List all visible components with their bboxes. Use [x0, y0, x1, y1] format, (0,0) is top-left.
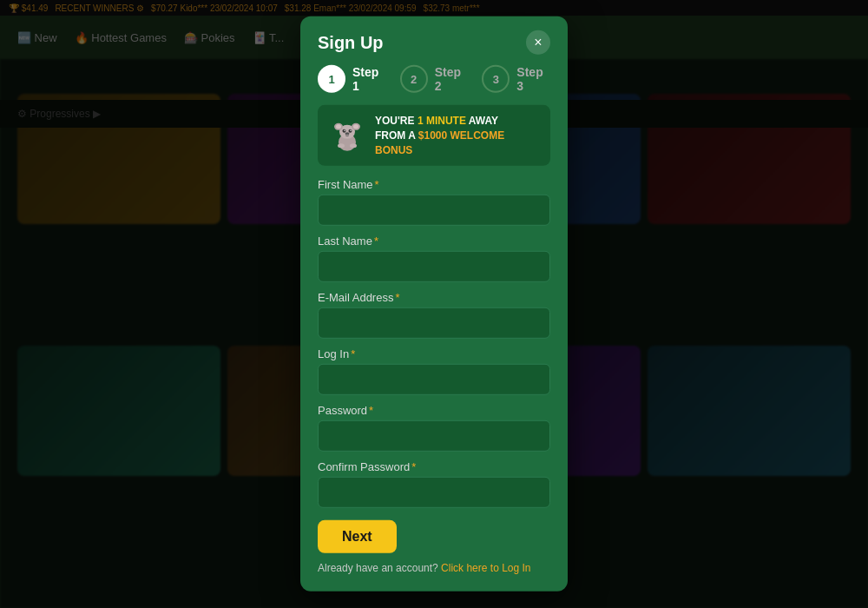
login-input[interactable]: [318, 364, 550, 395]
first-name-input[interactable]: [318, 195, 550, 226]
login-label: Log In*: [318, 347, 550, 360]
login-group: Log In*: [318, 347, 550, 395]
email-group: E-Mail Address*: [318, 291, 550, 339]
svg-point-11: [338, 143, 345, 148]
password-group: Password*: [318, 404, 550, 452]
signup-form: First Name* Last Name* E-Mail Address* L…: [300, 178, 568, 508]
first-name-group: First Name*: [318, 178, 550, 226]
required-star: *: [411, 460, 416, 473]
svg-point-8: [344, 130, 345, 131]
close-button[interactable]: ×: [526, 30, 550, 55]
last-name-group: Last Name*: [318, 235, 550, 282]
signup-modal: Sign Up × 1 Step 1 2 Step 2 3 Step 3: [300, 17, 568, 591]
required-star: *: [351, 347, 355, 360]
step-2-circle: 2: [400, 65, 428, 93]
step-1[interactable]: 1 Step 1: [318, 65, 386, 93]
banner-text: YOU'RE 1 MINUTE AWAY FROM A $1000 WELCOM…: [375, 114, 540, 157]
svg-point-10: [345, 132, 350, 135]
banner-line2-prefix: FROM A: [375, 129, 418, 142]
koala-mascot: [328, 116, 366, 155]
last-name-label: Last Name*: [318, 235, 550, 248]
svg-point-6: [343, 129, 346, 133]
login-text: Already have an account? Click here to L…: [318, 562, 550, 574]
required-star: *: [395, 291, 399, 304]
banner-line1-prefix: YOU'RE: [375, 115, 418, 127]
svg-point-7: [349, 129, 352, 133]
svg-point-12: [350, 143, 357, 148]
first-name-label: First Name*: [318, 178, 550, 191]
steps-container: 1 Step 1 2 Step 2 3 Step 3: [300, 65, 568, 105]
email-input[interactable]: [318, 307, 550, 339]
banner-line1-suffix: AWAY: [469, 115, 498, 127]
svg-point-5: [353, 124, 358, 129]
step-3-label: Step 3: [516, 65, 550, 93]
modal-header: Sign Up ×: [300, 17, 568, 65]
step-2-label: Step 2: [435, 65, 469, 93]
step-1-label: Step 1: [352, 65, 386, 93]
required-star: *: [374, 235, 378, 248]
already-account-text: Already have an account?: [318, 562, 438, 574]
confirm-password-label: Confirm Password*: [318, 460, 550, 473]
email-label: E-Mail Address*: [318, 291, 550, 304]
welcome-banner: YOU'RE 1 MINUTE AWAY FROM A $1000 WELCOM…: [318, 105, 550, 166]
svg-point-9: [350, 130, 351, 131]
confirm-password-group: Confirm Password*: [318, 460, 550, 508]
step-2[interactable]: 2 Step 2: [400, 65, 469, 93]
step-3[interactable]: 3 Step 3: [482, 65, 550, 93]
step-3-circle: 3: [482, 65, 510, 93]
confirm-password-input[interactable]: [318, 477, 550, 508]
banner-line1-highlight: 1 MINUTE: [418, 115, 466, 127]
required-star: *: [375, 178, 379, 191]
last-name-input[interactable]: [318, 251, 550, 282]
required-star: *: [369, 404, 373, 417]
next-button[interactable]: Next: [318, 520, 397, 553]
step-1-circle: 1: [318, 65, 345, 93]
svg-point-4: [336, 124, 341, 129]
login-link[interactable]: Click here to Log In: [441, 562, 530, 574]
password-label: Password*: [318, 404, 550, 417]
password-input[interactable]: [318, 420, 550, 452]
modal-title: Sign Up: [318, 32, 384, 52]
